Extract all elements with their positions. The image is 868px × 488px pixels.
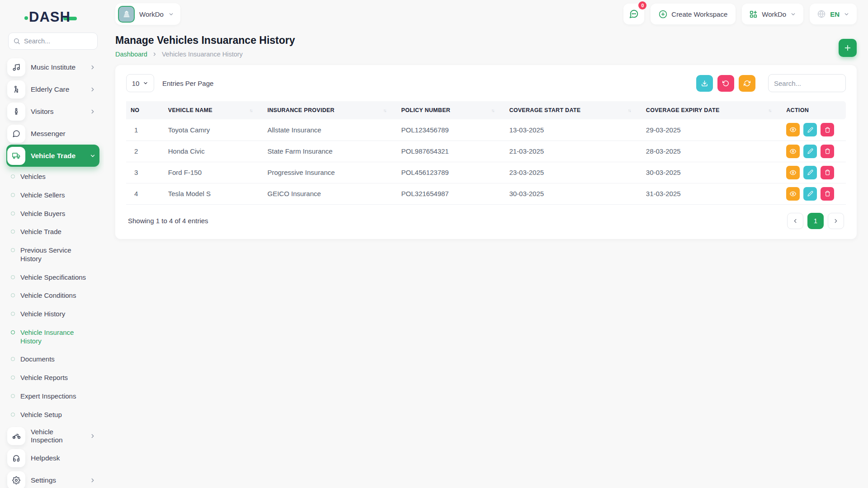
sort-icon[interactable]: ↑↓: [491, 108, 494, 113]
sidebar-item-settings[interactable]: Settings: [6, 469, 99, 488]
sidebar-subitem[interactable]: Vehicle Specifications: [11, 268, 99, 287]
vehicle-trade-submenu: Vehicles Vehicle Sellers Vehicle Buyers …: [6, 167, 99, 425]
table-row: 3 Ford F-150 Progressive Insurance POL45…: [126, 162, 846, 183]
sidebar-item-label: Settings: [31, 476, 84, 484]
table-column-header[interactable]: POLICY NUMBER ↑↓: [397, 101, 505, 119]
sidebar-subitem[interactable]: Previous Service History: [11, 241, 99, 268]
sidebar-subitem[interactable]: Vehicle Setup: [11, 406, 99, 424]
cell-coverage-start-date: 30-03-2025: [505, 183, 641, 204]
delete-button[interactable]: [821, 145, 834, 158]
page-title: Manage Vehicles Insuarance History: [115, 34, 295, 47]
sidebar-subitem[interactable]: Vehicle History: [11, 305, 99, 324]
pagination-prev-button[interactable]: [787, 213, 803, 229]
sort-icon[interactable]: ↑↓: [768, 108, 771, 113]
sidebar: DASH Music Institute Elderly Care: [0, 0, 104, 488]
pencil-icon: [807, 169, 813, 175]
table-column-header[interactable]: COVERAGE START DATE ↑↓: [505, 101, 641, 119]
sort-icon[interactable]: ↑↓: [628, 108, 631, 113]
sidebar-item-visitors[interactable]: Visitors: [6, 100, 99, 122]
sort-icon[interactable]: ↑↓: [383, 108, 386, 113]
sidebar-item-label: Visitors: [31, 108, 84, 116]
view-button[interactable]: [786, 123, 800, 136]
pagination-page-1-button[interactable]: 1: [807, 213, 824, 229]
sidebar-subitem[interactable]: Expert Inspections: [11, 387, 99, 406]
cell-vehicle-name: Tesla Model S: [164, 183, 263, 204]
plus-circle-icon: [659, 10, 667, 19]
workdo-menu-label: WorkDo: [762, 10, 786, 18]
table-footer: Showing 1 to 4 of 4 entries 1: [126, 205, 846, 233]
sidebar-search-input[interactable]: [24, 38, 87, 45]
cell-no: 2: [126, 141, 164, 162]
sidebar-item-helpdesk[interactable]: Helpdesk: [6, 447, 99, 469]
pencil-icon: [807, 127, 813, 133]
sidebar-subitem[interactable]: Vehicle Insurance History: [11, 324, 99, 351]
app-logo[interactable]: DASH: [6, 6, 99, 28]
chevron-down-icon: [168, 11, 174, 17]
entries-per-page-select[interactable]: 10: [126, 74, 154, 92]
export-download-button[interactable]: [696, 75, 713, 92]
sidebar-subitem[interactable]: Vehicles: [11, 168, 99, 186]
chevron-right-icon: [90, 433, 96, 439]
sidebar-subitem[interactable]: Vehicle Reports: [11, 369, 99, 387]
delete-button[interactable]: [821, 187, 834, 201]
workdo-menu-button[interactable]: WorkDo: [742, 4, 803, 24]
entries-value: 10: [132, 80, 140, 87]
table-column-header[interactable]: NO ↑↓: [126, 101, 164, 119]
table-column-header[interactable]: COVERAGE EXPIRY DATE ↑↓: [642, 101, 782, 119]
undo-button[interactable]: [717, 75, 734, 92]
table-search-input[interactable]: [768, 74, 846, 92]
breadcrumb-dashboard-link[interactable]: Dashboard: [115, 51, 147, 58]
chevron-right-icon: [90, 108, 96, 115]
table-row: 1 Toyota Camry Allstate Insurance POL123…: [126, 119, 846, 141]
bullet-circle-icon: [11, 394, 15, 398]
pagination: 1: [787, 213, 844, 229]
sidebar-subitem[interactable]: Vehicle Trade: [11, 223, 99, 241]
sidebar-item-elderly-care[interactable]: Elderly Care: [6, 78, 99, 100]
edit-button[interactable]: [803, 187, 817, 201]
sidebar-item-messenger[interactable]: Messenger: [6, 122, 99, 145]
refresh-button[interactable]: [739, 75, 755, 92]
sidebar-subitem[interactable]: Documents: [11, 350, 99, 369]
edit-button[interactable]: [803, 166, 817, 179]
messages-button[interactable]: 0: [623, 4, 644, 24]
sidebar-item-vehicle-trade[interactable]: Vehicle Trade: [6, 145, 99, 167]
pagination-next-button[interactable]: [828, 213, 844, 229]
motorcycle-icon: [7, 427, 25, 445]
cell-policy-number: POL123456789: [397, 119, 505, 141]
sidebar-subitem[interactable]: Vehicle Conditions: [11, 286, 99, 305]
sidebar-subitem-label: Vehicle Setup: [20, 411, 62, 419]
sidebar-item-label: Music Institute: [31, 63, 84, 71]
chevron-left-icon: [792, 218, 798, 224]
create-workspace-label: Create Workspace: [671, 10, 727, 18]
delete-button[interactable]: [821, 166, 834, 179]
view-button[interactable]: [786, 145, 800, 158]
sidebar-subitem-label: Vehicle Trade: [20, 228, 61, 236]
sort-icon[interactable]: ↑↓: [249, 108, 252, 113]
chevron-right-icon: [90, 64, 96, 70]
cell-coverage-start-date: 13-03-2025: [505, 119, 641, 141]
app-logo-text: DASH: [29, 9, 71, 25]
sidebar-item-vehicle-inspection[interactable]: Vehicle Inspection: [6, 425, 99, 447]
delete-button[interactable]: [821, 123, 834, 136]
workspace-switcher[interactable]: WorkDo: [115, 3, 180, 25]
table-column-header[interactable]: VEHICLE NAME ↑↓: [164, 101, 263, 119]
sidebar-subitem-label: Vehicle Specifications: [20, 273, 86, 282]
edit-button[interactable]: [803, 123, 817, 136]
undo-icon: [722, 80, 729, 87]
edit-button[interactable]: [803, 145, 817, 158]
table-toolbar: 10 Entries Per Page: [126, 74, 846, 92]
pencil-icon: [807, 191, 813, 197]
cell-no: 3: [126, 162, 164, 183]
music-note-icon: [7, 58, 25, 76]
sidebar-subitem[interactable]: Vehicle Sellers: [11, 186, 99, 205]
table-column-header[interactable]: ACTION ↑↓: [782, 101, 846, 119]
add-record-button[interactable]: [839, 39, 857, 57]
view-button[interactable]: [786, 166, 800, 179]
sidebar-item-music-institute[interactable]: Music Institute: [6, 56, 99, 78]
view-button[interactable]: [786, 187, 800, 201]
sidebar-item-label: Elderly Care: [31, 85, 84, 94]
table-column-header[interactable]: INSURANCE PROVIDER ↑↓: [263, 101, 396, 119]
create-workspace-button[interactable]: Create Workspace: [651, 4, 736, 24]
language-selector[interactable]: EN: [810, 4, 857, 24]
sidebar-subitem[interactable]: Vehicle Buyers: [11, 205, 99, 223]
